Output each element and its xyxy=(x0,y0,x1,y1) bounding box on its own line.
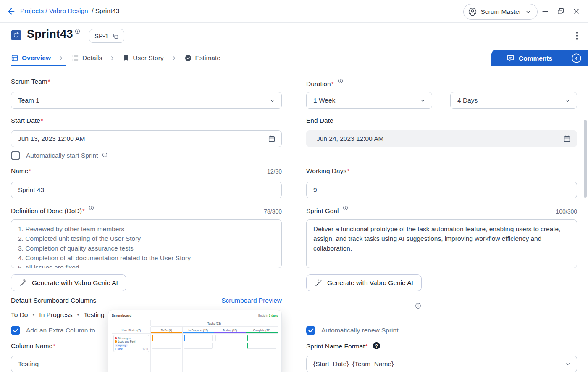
name-counter: 12/30 xyxy=(267,168,282,175)
scrum-team-select[interactable]: Team 1 xyxy=(11,92,282,109)
details-list-icon xyxy=(71,54,79,62)
generate-ai-label: Generate with Vabro Genie AI xyxy=(327,279,413,287)
magic-wand-icon xyxy=(315,279,323,287)
start-date-value: Jun 13, 2023 12:00 AM xyxy=(18,135,85,142)
active-tab-underline xyxy=(11,65,66,66)
scrumboard-preview-link[interactable]: Scrumboard Preview xyxy=(221,297,282,304)
sprint-name-format-value: {Start_Date}_{Team_Name} xyxy=(313,360,394,368)
calendar-icon xyxy=(563,135,571,142)
end-date-value: Jun 24, 2023 12:00 AM xyxy=(317,135,383,142)
sprint-name-format-label: Sprint Name Format* ? xyxy=(306,342,380,350)
column-name-label: Column Name* xyxy=(11,342,55,350)
role-selector[interactable]: Scrum Master xyxy=(463,4,538,20)
preview-stories-cell: Messages Look and Feel Ongoing + Task 17… xyxy=(112,334,151,372)
tab-details-label: Details xyxy=(82,54,102,62)
back-arrow-icon[interactable] xyxy=(7,7,16,18)
column-inprogress: In Progress xyxy=(39,311,72,319)
duration-days-select[interactable]: 4 Days xyxy=(450,92,577,109)
comments-icon xyxy=(507,54,514,62)
copy-icon[interactable] xyxy=(112,33,119,40)
sprint-goal-textarea[interactable]: Deliver a functional prototype of the ta… xyxy=(306,219,577,268)
sprint-goal-counter: 100/300 xyxy=(556,208,577,215)
sprint-app-icon xyxy=(11,30,21,40)
preview-col-inprogress: In Progress (12) xyxy=(183,327,215,334)
collapse-panel-icon[interactable] xyxy=(571,53,582,64)
minimize-button[interactable] xyxy=(541,7,549,16)
preview-col-testing: Testing (26) xyxy=(214,327,246,334)
bookmark-icon xyxy=(123,55,129,61)
page-title: Sprint43 xyxy=(27,28,73,41)
vertical-scrollbar[interactable] xyxy=(584,120,587,198)
comments-label: Comments xyxy=(519,55,552,62)
restore-window-button[interactable] xyxy=(556,7,565,16)
sprint-name-format-select[interactable]: {Start_Date}_{Team_Name} xyxy=(306,356,577,372)
column-testing: Testing xyxy=(84,311,104,319)
info-icon[interactable] xyxy=(343,205,348,212)
top-bar: Projects / Vabro Design / Sprint43 Scrum… xyxy=(0,0,588,23)
tab-bar: Overview Details User Story xyxy=(0,50,588,66)
magic-wand-icon xyxy=(19,279,27,287)
scrum-team-value: Team 1 xyxy=(18,97,39,104)
tab-overview[interactable]: Overview xyxy=(11,54,51,62)
renew-sprint-label: Automatically renew Sprint xyxy=(321,327,399,334)
default-columns-label: Default Scrumboard Columns xyxy=(11,297,96,304)
sprint-goal-label-row: Sprint Goal 100/300 xyxy=(306,205,577,215)
dod-textarea[interactable]: 1. Reviewed by other team members 2. Com… xyxy=(11,219,282,268)
title-info-icon[interactable] xyxy=(75,28,80,36)
name-input[interactable] xyxy=(11,182,282,198)
tab-user-story-label: User Story xyxy=(133,54,163,62)
close-window-button[interactable] xyxy=(572,7,580,16)
bullet-icon: ● xyxy=(77,313,79,317)
comments-panel-button[interactable]: Comments xyxy=(491,50,588,66)
preview-complete-cell xyxy=(246,334,278,372)
working-days-label: Working Days* xyxy=(306,167,349,175)
calendar-icon[interactable] xyxy=(268,135,276,142)
dod-counter: 78/300 xyxy=(264,208,282,215)
preview-inprogress-cell xyxy=(183,334,215,372)
overview-grid-icon xyxy=(11,54,18,62)
generate-ai-label: Generate with Vabro Genie AI xyxy=(32,279,118,287)
scrum-team-label: Scrum Team* xyxy=(11,78,50,85)
generate-ai-button-left[interactable]: Generate with Vabro Genie AI xyxy=(11,274,126,291)
generate-ai-button-right[interactable]: Generate with Vabro Genie AI xyxy=(306,274,422,291)
duration-days-value: 4 Days xyxy=(457,97,478,104)
name-label-row: Name* 12/30 xyxy=(11,167,282,175)
info-icon[interactable] xyxy=(415,303,421,311)
info-icon[interactable] xyxy=(89,205,94,212)
breadcrumb-links[interactable]: Projects / Vabro Design xyxy=(20,7,88,14)
scrumboard-preview-card: Scrumboard Ends in 3 days Tasks (23) Use… xyxy=(108,310,282,372)
renew-sprint-checkbox[interactable] xyxy=(306,326,315,335)
info-icon[interactable] xyxy=(338,78,343,85)
auto-start-checkbox[interactable] xyxy=(11,151,20,160)
tab-details[interactable]: Details xyxy=(71,54,102,62)
more-options-button[interactable] xyxy=(572,30,582,41)
renew-sprint-row: Automatically renew Sprint xyxy=(306,326,399,335)
bullet-icon: ● xyxy=(33,313,35,317)
chevron-down-icon xyxy=(564,361,571,367)
tab-estimate-label: Estimate xyxy=(195,54,220,62)
tab-estimate[interactable]: Estimate xyxy=(184,54,220,62)
working-days-input[interactable] xyxy=(306,182,577,198)
extra-column-row: Add an Extra Column to xyxy=(11,326,95,335)
column-todo: To Do xyxy=(11,311,28,319)
help-icon[interactable]: ? xyxy=(373,342,380,349)
chevron-down-icon xyxy=(269,98,276,104)
preview-testing-cell xyxy=(214,334,246,372)
duration-week-select[interactable]: 1 Week xyxy=(306,92,432,109)
chevron-down-icon xyxy=(564,98,571,104)
name-label: Name* xyxy=(11,167,31,175)
start-date-input[interactable]: Jun 13, 2023 12:00 AM xyxy=(11,130,282,147)
extra-column-checkbox[interactable] xyxy=(11,326,20,335)
chevron-right-icon xyxy=(171,55,177,61)
preview-col-todo: To Do (4) xyxy=(151,327,183,334)
tab-user-story[interactable]: User Story xyxy=(123,54,163,62)
preview-todo-cell xyxy=(151,334,183,372)
preview-board: Tasks (23) User Stories (7) To Do (4) In… xyxy=(112,320,278,372)
preview-title: Scrumboard xyxy=(112,314,131,317)
sprint-id-badge[interactable]: SP-1 xyxy=(89,29,124,43)
start-date-label: Start Date* xyxy=(11,117,43,124)
info-icon[interactable] xyxy=(102,152,108,159)
role-label: Scrum Master xyxy=(481,8,521,16)
check-circle-icon xyxy=(184,54,192,62)
end-date-input: Jun 24, 2023 12:00 AM xyxy=(306,130,577,147)
